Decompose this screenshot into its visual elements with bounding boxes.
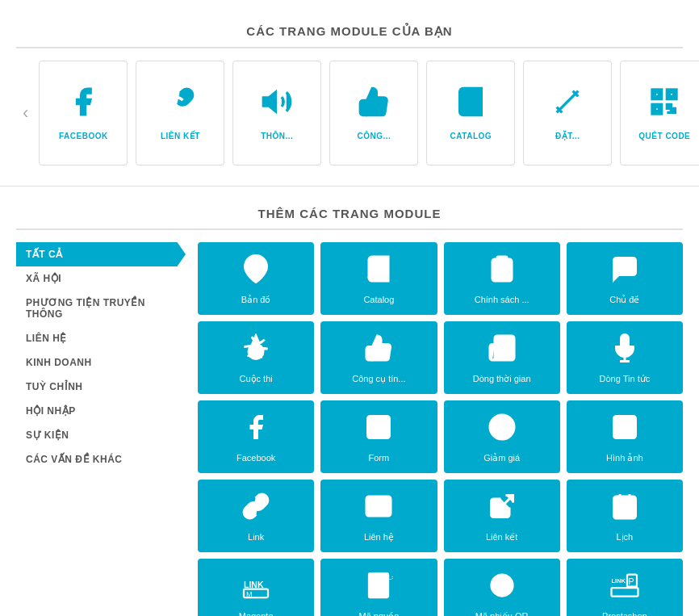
sidebar-item-su-kien[interactable]: SỰ KIỆN	[16, 423, 186, 447]
quet-icon	[648, 86, 680, 125]
carousel-wrapper: ‹ FACEBOOK LIÊN KẾT THÔN... CÔNG... CATA…	[16, 61, 683, 166]
sidebar-item-tat-ca[interactable]: TẤT CẢ	[16, 242, 186, 266]
lien-he-label: Liên hệ	[364, 532, 394, 543]
catalog-label: Catalog	[363, 295, 394, 304]
facebook-icon	[241, 413, 270, 448]
sidebar-item-xa-hoi[interactable]: XÃ HỘI	[16, 266, 186, 291]
ban-do-icon	[241, 254, 270, 290]
svg-rect-50	[611, 588, 638, 597]
section-top: CÁC TRANG MODULE CỦA BẠN ‹ FACEBOOK LIÊN…	[0, 0, 699, 178]
grid-module-lien-ket[interactable]: Liên kết	[444, 480, 560, 552]
ban-do-label: Bản đồ	[241, 295, 271, 305]
magento-label: Magento	[239, 611, 274, 616]
svg-rect-9	[655, 107, 659, 111]
sidebar-item-kinh-doanh[interactable]: KINH DOANH	[16, 350, 186, 375]
facebook-label: FACEBOOK	[59, 132, 108, 140]
form-label: Form	[369, 453, 390, 463]
sidebar-item-lien-he[interactable]: LIÊN HỆ	[16, 326, 186, 350]
grid-module-form[interactable]: Form	[320, 400, 437, 473]
grid-module-ban-do[interactable]: Bản đồ	[198, 242, 314, 315]
section-bottom: THÊM CÁC TRANG MODULE TẤT CẢXÃ HỘIPHƯƠNG…	[0, 186, 699, 616]
ma-nguon-icon: <HTML>	[364, 571, 393, 606]
svg-text:22: 22	[622, 507, 634, 518]
section2-title: THÊM CÁC TRANG MODULE	[16, 195, 683, 230]
top-module-dat[interactable]: ĐẶT...	[523, 61, 612, 166]
svg-point-10	[253, 262, 260, 270]
cong-cu-tin-icon	[364, 333, 393, 369]
lich-icon: 22	[610, 492, 639, 527]
form-icon	[364, 413, 393, 448]
page-wrapper: CÁC TRANG MODULE CỦA BẠN ‹ FACEBOOK LIÊN…	[0, 0, 699, 616]
cong-label: CÔNG...	[357, 132, 391, 140]
top-module-facebook[interactable]: FACEBOOK	[39, 61, 128, 166]
svg-text:P: P	[628, 576, 634, 586]
thong-label: THÔN...	[261, 132, 293, 140]
svg-rect-11	[497, 257, 507, 262]
hinh-anh-icon	[610, 413, 639, 448]
grid-module-chinh-sach[interactable]: Chính sách ...	[444, 242, 560, 315]
top-module-quet[interactable]: QUÉT CODE	[620, 61, 699, 166]
chu-de-icon	[610, 254, 639, 290]
sidebar-item-phuong-tien[interactable]: PHƯƠNG TIỆN TRUYỀN THÔNG	[16, 291, 186, 326]
link-icon	[241, 492, 270, 527]
catalog-icon	[454, 86, 487, 125]
grid-module-lien-he[interactable]: Liên hệ	[320, 480, 437, 552]
grid-module-cong-cu-tin[interactable]: Công cụ tín...	[320, 321, 437, 394]
grid-module-catalog[interactable]: Catalog	[320, 242, 437, 315]
top-module-thong[interactable]: THÔN...	[232, 61, 321, 166]
svg-text:%: %	[497, 421, 508, 434]
grid-module-facebook[interactable]: Facebook	[198, 400, 314, 473]
sidebar-item-hoi-nhap[interactable]: HỘI NHẬP	[16, 399, 186, 423]
grid-module-giam-gia[interactable]: % Giảm giá	[444, 400, 560, 473]
dong-tin-tuc-icon	[610, 333, 639, 369]
grid-module-chu-de[interactable]: Chủ đề	[567, 242, 683, 315]
content-area: TẤT CẢXÃ HỘIPHƯƠNG TIỆN TRUYỀN THÔNGLIÊN…	[16, 242, 683, 616]
grid-module-dong-tin-tuc[interactable]: Dòng Tin tức	[567, 321, 683, 394]
chinh-sach-label: Chính sách ...	[475, 295, 529, 304]
cuoc-thi-icon	[241, 333, 270, 369]
hinh-anh-label: Hình ảnh	[606, 453, 643, 463]
top-module-catalog[interactable]: CATALOG	[426, 61, 515, 166]
giam-gia-icon: %	[488, 413, 517, 448]
thong-icon	[261, 86, 293, 125]
lich-label: Lịch	[617, 532, 634, 543]
sidebar-item-tuy-chinh[interactable]: TUỲ CHỈNH	[16, 375, 186, 399]
magento-icon: LINKM	[241, 571, 270, 606]
svg-rect-7	[655, 92, 659, 96]
prestashop-icon: LINKP	[610, 571, 639, 606]
ma-phieu-qr-icon: %	[488, 571, 517, 606]
grid-module-cuoc-thi[interactable]: Cuộc thi	[198, 321, 314, 394]
grid-module-dong-thoi-gian[interactable]: Dòng thời gian	[444, 321, 560, 394]
catalog-icon	[364, 254, 393, 290]
ma-phieu-qr-label: Mã phiếu QR	[475, 611, 529, 617]
grid-module-ma-nguon[interactable]: <HTML> Mã nguồn	[320, 559, 437, 616]
prestashop-label: Prestashop	[602, 611, 647, 616]
facebook-label: Facebook	[236, 453, 275, 463]
lien-ket-icon	[488, 492, 517, 527]
svg-text:LINK: LINK	[611, 577, 626, 585]
lien-ket-icon	[164, 86, 196, 125]
svg-text:LINK: LINK	[244, 580, 264, 589]
carousel-prev[interactable]: ‹	[16, 103, 35, 124]
dong-thoi-gian-label: Dòng thời gian	[473, 374, 531, 384]
svg-marker-0	[264, 92, 276, 111]
quet-label: QUÉT CODE	[638, 132, 690, 140]
lien-ket-label: Liên kết	[486, 532, 517, 543]
top-module-lien-ket[interactable]: LIÊN KẾT	[136, 61, 224, 166]
modules-grid: Bản đồ Catalog Chính sách ... Chủ đề Cuộ…	[198, 242, 683, 616]
cuoc-thi-label: Cuộc thi	[240, 374, 273, 384]
grid-module-ma-phieu-qr[interactable]: % Mã phiếu QR	[444, 559, 560, 616]
grid-module-magento[interactable]: LINKM Magento	[198, 559, 314, 616]
ma-nguon-label: Mã nguồn	[358, 611, 399, 617]
top-module-cong[interactable]: CÔNG...	[329, 61, 418, 166]
chu-de-label: Chủ đề	[609, 295, 639, 305]
catalog-label: CATALOG	[450, 132, 492, 140]
svg-text:M: M	[246, 590, 253, 598]
sidebar-item-cac-van-de[interactable]: CÁC VẤN ĐỀ KHÁC	[16, 447, 186, 471]
lien-he-icon	[364, 492, 393, 527]
grid-module-link[interactable]: Link	[198, 480, 314, 552]
cong-cu-tin-label: Công cụ tín...	[352, 374, 405, 384]
grid-module-prestashop[interactable]: LINKP Prestashop	[567, 559, 683, 616]
grid-module-lich[interactable]: 22 Lịch	[567, 480, 683, 552]
grid-module-hinh-anh[interactable]: Hình ảnh	[567, 400, 683, 473]
